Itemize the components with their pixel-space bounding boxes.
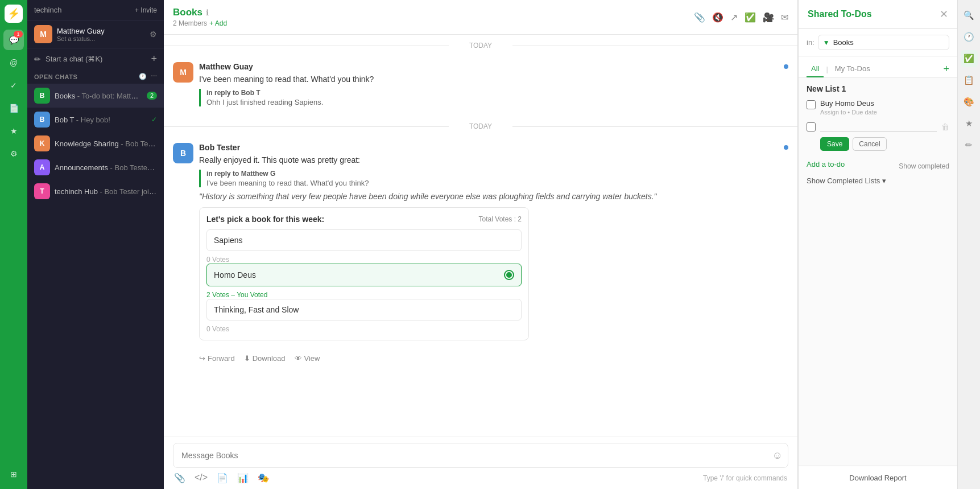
sidebar-item-bobt[interactable]: B Bob T - Hey bob! ✓ [27, 108, 164, 132]
poll-option-3: Thinking, Fast and Slow 0 Votes [206, 299, 522, 333]
gear-icon[interactable]: ⚙ [150, 30, 157, 39]
sidebar-item-hub[interactable]: T techinch Hub - Bob Tester joine [27, 179, 164, 203]
sidebar-item-books[interactable]: B Books - To-do bot: Matthew Gu 2 [27, 84, 164, 108]
new-todo-input[interactable] [820, 121, 937, 132]
sidebar-item-knowledge[interactable]: K Knowledge Sharing - Bob Teste [27, 132, 164, 155]
todo-tabs: All | My To-Dos + [799, 56, 957, 77]
attachment-toolbar-icon[interactable]: 📎 [174, 472, 185, 483]
chat-name: Knowledge Sharing - Bob Teste [55, 139, 157, 148]
history-panel-icon[interactable]: 🕐 [961, 28, 978, 46]
nav-chat[interactable]: 💬 1 [3, 30, 24, 50]
sidebar-item-announcements[interactable]: A Announcements - Bob Tester j... [27, 155, 164, 179]
show-completed-lists[interactable]: Show Completed Lists ▾ [807, 176, 949, 185]
add-member-button[interactable]: + Add [209, 19, 227, 27]
start-chat-row[interactable]: ✏ Start a chat (⌘K) + [27, 48, 164, 69]
nav-settings[interactable]: ⚙ [3, 143, 24, 164]
todo-panel-title: Shared To-Dos [808, 9, 872, 19]
invite-button[interactable]: + Invite [135, 6, 157, 14]
poll-option[interactable]: Sapiens [206, 229, 522, 251]
chat-avatar: T [34, 183, 50, 199]
option-text: Sapiens [214, 236, 243, 245]
nav-grid[interactable]: ⊞ [3, 464, 24, 484]
mute-icon[interactable]: 🔇 [712, 12, 723, 23]
tab-all[interactable]: All [807, 61, 824, 77]
reply-author: in reply to Bob T [206, 89, 778, 97]
message-text: Really enjoyed it. This quote was pretty… [199, 154, 778, 166]
option-text: Homo Deus [214, 270, 256, 280]
doc-toolbar-icon[interactable]: 📄 [217, 472, 228, 483]
todo-panel-icon[interactable]: ✅ [961, 50, 978, 67]
save-button[interactable]: Save [820, 137, 849, 151]
user-status[interactable]: Set a status... [57, 35, 145, 42]
chat-name: techinch Hub - Bob Tester joine [55, 187, 157, 196]
filter-icon: ▼ [823, 39, 830, 47]
info-icon[interactable]: ℹ [206, 8, 209, 17]
tab-separator: | [824, 65, 830, 73]
chevron-down-icon: ▾ [882, 176, 886, 185]
video-icon[interactable]: 🎥 [763, 12, 774, 23]
close-button[interactable]: ✕ [940, 8, 948, 20]
show-completed-link[interactable]: Show completed [899, 162, 949, 170]
open-chats-header: OPEN CHATS 🕐 ⋯ [27, 69, 164, 84]
forward-icon: ↪ [199, 354, 205, 363]
nav-tasks[interactable]: ✓ [3, 75, 24, 96]
download-action[interactable]: ⬇ Download [244, 354, 286, 363]
sidebar: techinch + Invite M Matthew Guay Set a s… [27, 0, 164, 489]
app-logo[interactable]: ⚡ [5, 5, 23, 23]
leave-icon[interactable]: ↗ [730, 12, 738, 23]
view-action[interactable]: 👁 View [295, 354, 320, 363]
delete-icon[interactable]: 🗑 [941, 122, 949, 132]
attachment-icon[interactable]: 📎 [694, 12, 705, 23]
checklist-icon[interactable]: ✅ [745, 12, 756, 23]
author-name: Bob Tester [199, 143, 240, 152]
new-todo-item: 🗑 [807, 121, 949, 132]
notes-panel-icon[interactable]: 📋 [961, 72, 978, 89]
header-actions: 📎 🔇 ↗ ✅ 🎥 ✉ [694, 12, 788, 23]
email-icon[interactable]: ✉ [781, 12, 788, 23]
chat-name: Announcements - Bob Tester j... [55, 163, 157, 172]
poll-total: Total Votes : 2 [479, 215, 522, 223]
todo-checkbox[interactable] [807, 100, 816, 109]
more-icon[interactable]: ⋯ [151, 73, 158, 80]
chart-toolbar-icon[interactable]: 📊 [237, 472, 249, 483]
code-toolbar-icon[interactable]: </> [195, 472, 208, 483]
filter-input[interactable]: ▼ Books [818, 35, 949, 50]
forward-action[interactable]: ↪ Forward [199, 354, 235, 363]
tab-my-todos[interactable]: My To-Dos [830, 61, 875, 77]
save-cancel-row: Save Cancel [820, 137, 949, 151]
chat-name: Bob T - Hey bob! [55, 116, 147, 124]
add-list-button[interactable]: + [943, 63, 949, 75]
reply-author: in reply to Matthew G [206, 170, 778, 178]
message-input[interactable] [173, 443, 788, 468]
chat-avatar: B [34, 88, 50, 104]
edit-panel-icon[interactable]: ✏ [961, 137, 978, 154]
new-todo-checkbox[interactable] [807, 122, 816, 132]
nav-star[interactable]: ★ [3, 121, 24, 141]
footer-links: Add a to-do Show completed [807, 160, 949, 172]
todo-panel: Shared To-Dos ✕ in: ▼ Books All | My To-… [798, 0, 957, 489]
emoji-button[interactable]: ☺ [772, 450, 783, 462]
message-actions-row: ↪ Forward ⬇ Download 👁 View [164, 351, 797, 368]
sidebar-header: techinch + Invite [27, 0, 164, 20]
palette-panel-icon[interactable]: 🎨 [961, 93, 978, 110]
workspace-name: techinch [34, 6, 61, 14]
message-group: M Matthew Guay I've been meaning to read… [164, 56, 797, 116]
star-panel-icon[interactable]: ★ [961, 115, 978, 132]
download-report-button[interactable]: Download Report [849, 474, 906, 482]
cancel-button[interactable]: Cancel [853, 137, 886, 151]
message-group: B Bob Tester Really enjoyed it. This quo… [164, 137, 797, 351]
nav-docs[interactable]: 📄 [3, 98, 24, 118]
settings-icon: ⚙ [10, 149, 18, 158]
add-todo-link[interactable]: Add a to-do [807, 160, 845, 169]
clock-icon[interactable]: 🕐 [139, 73, 147, 80]
unread-badge: 2 [147, 92, 157, 100]
vote-count: 0 Votes [206, 325, 522, 333]
search-panel-icon[interactable]: 🔍 [961, 7, 978, 24]
poll-option-1: Sapiens 0 Votes [206, 229, 522, 264]
poll-option[interactable]: Thinking, Fast and Slow [206, 299, 522, 320]
poll-option[interactable]: Homo Deus [206, 264, 522, 286]
nav-mentions[interactable]: @ [3, 52, 24, 73]
radio-checked [504, 270, 514, 280]
todo-body: New List 1 Buy Homo Deus Assign to • Due… [799, 77, 957, 466]
gif-toolbar-icon[interactable]: 🎭 [258, 472, 269, 483]
